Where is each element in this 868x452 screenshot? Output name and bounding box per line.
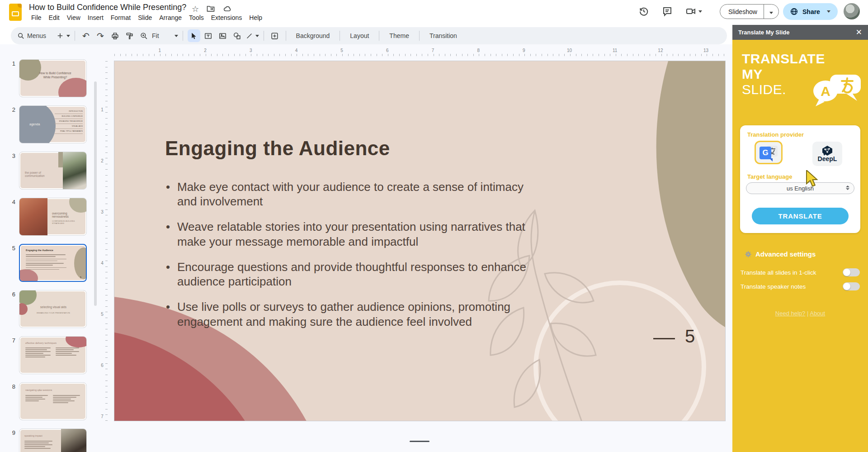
slide-number: 9: [5, 428, 15, 452]
toolbar: Menus ↶ ↷ Fit: [11, 27, 727, 44]
rose-blob-shape: [19, 269, 38, 282]
thumbnail-row: 7 effective delivery techniques: [5, 336, 87, 374]
slide-thumbnail-7[interactable]: effective delivery techniques: [19, 336, 87, 374]
google-slides-logo[interactable]: [9, 4, 22, 21]
slide-thumbnail-9[interactable]: speaking impact: [19, 428, 87, 452]
headline-line-3: SLIDE.: [742, 82, 786, 97]
ruler-number: 8: [456, 48, 501, 53]
speaker-notes-divider-handle[interactable]: [410, 441, 429, 442]
google-translate-provider-selected[interactable]: G: [755, 141, 783, 164]
menu-item[interactable]: View: [64, 13, 84, 22]
slideshow-dropdown[interactable]: [764, 8, 778, 16]
insert-shape-icon[interactable]: [231, 29, 244, 42]
translate-button[interactable]: TRANSLATE: [752, 208, 849, 224]
svg-text:A: A: [821, 84, 830, 99]
new-slide-button[interactable]: [56, 29, 70, 42]
slide-number: 6: [5, 290, 15, 328]
star-icon[interactable]: ☆: [192, 4, 199, 14]
layout-button[interactable]: Layout: [344, 29, 374, 42]
translate-all-slides-toggle[interactable]: [843, 268, 860, 276]
share-label: Share: [802, 8, 820, 15]
slide-thumbnail-1[interactable]: How to Build Confidence While Presenting…: [19, 59, 87, 97]
slide-page-number: 5: [685, 326, 695, 347]
comments-icon[interactable]: [662, 6, 673, 17]
about-link[interactable]: About: [810, 310, 825, 317]
version-history-icon[interactable]: [638, 6, 649, 17]
redo-button[interactable]: ↷: [94, 29, 107, 42]
slide-thumbnail-4[interactable]: overcoming nervousness CONFIDENCE-BUILDI…: [19, 198, 87, 236]
thumb-photo: [63, 152, 86, 190]
translate-all-slides-row: Translate all slides in 1-click: [741, 268, 860, 276]
panel-footer-links: Need help? | About: [732, 310, 868, 317]
theme-button[interactable]: Theme: [384, 29, 415, 42]
khaki-blob-shape: [74, 247, 87, 279]
slide-thumbnail-6[interactable]: selecting visual aids ENHANCING YOUR PRE…: [19, 290, 87, 328]
slide-canvas[interactable]: Engaging the Audience Make eye contact w…: [114, 61, 725, 421]
deepl-provider-option[interactable]: DeepL: [812, 142, 842, 166]
menus-search-button[interactable]: Menus: [15, 29, 48, 42]
menu-item[interactable]: File: [28, 13, 45, 22]
zoom-in-icon[interactable]: [137, 29, 150, 42]
zoom-select[interactable]: Fit: [152, 29, 178, 42]
insert-line-icon[interactable]: [245, 29, 259, 42]
slide-number: 1: [5, 59, 15, 97]
slide-bullet[interactable]: Make eye contact with your audience to c…: [165, 180, 531, 209]
menu-item[interactable]: Format: [108, 13, 134, 22]
close-icon[interactable]: ✕: [856, 29, 862, 36]
toolbar-divider: [75, 31, 75, 41]
advanced-settings-row[interactable]: Advanced settings: [745, 250, 816, 258]
menu-item[interactable]: Insert: [85, 13, 107, 22]
select-tool-button[interactable]: [188, 29, 200, 42]
header-right-icons: [638, 6, 702, 17]
slide-thumbnail-8[interactable]: navigating q&a sessions: [19, 382, 87, 420]
target-language-select[interactable]: us English: [746, 182, 854, 194]
slide-body-text[interactable]: Make eye contact with your audience to c…: [165, 180, 531, 340]
move-folder-icon[interactable]: [206, 4, 215, 14]
thumb-title: How to Build Confidence While Presenting…: [36, 71, 75, 80]
menu-item[interactable]: Edit: [46, 13, 63, 22]
khaki-blob-shape: [69, 198, 87, 213]
cloud-status-icon[interactable]: [222, 4, 232, 14]
slide-thumbnail-2[interactable]: agenda INTRODUCTION BUILDING CONFIDENCE …: [19, 105, 87, 143]
slideshow-button[interactable]: Slideshow: [720, 4, 779, 19]
insert-image-icon[interactable]: [217, 29, 229, 42]
insert-placeholder-icon[interactable]: [269, 29, 281, 42]
need-help-link[interactable]: Need help?: [775, 310, 806, 317]
slide-bullet[interactable]: Encourage questions and provide thoughtf…: [165, 260, 531, 289]
slide-title[interactable]: Engaging the Audience: [165, 137, 390, 160]
menu-item[interactable]: Extensions: [208, 13, 245, 22]
meet-camera-button[interactable]: [685, 6, 702, 17]
slide-bullet[interactable]: Weave relatable stories into your presen…: [165, 219, 531, 248]
translate-speaker-notes-toggle[interactable]: [843, 282, 860, 290]
slide-number: 8: [5, 382, 15, 420]
transition-button[interactable]: Transition: [424, 29, 462, 42]
text-box-icon[interactable]: [202, 29, 215, 42]
background-button[interactable]: Background: [291, 29, 335, 42]
thumb-bullet-lines: [26, 254, 67, 271]
chevron-down-icon[interactable]: [827, 10, 830, 13]
thumb-title: effective delivery techniques: [25, 342, 57, 344]
slide-thumbnail-5-selected[interactable]: Engaging the Audience 5: [19, 244, 87, 282]
slide-thumbnail-3[interactable]: the power of communication: [19, 152, 87, 190]
panel-header: Translate My Slide ✕: [732, 25, 868, 40]
menu-item[interactable]: Slide: [135, 13, 155, 22]
filmstrip-scrollbar[interactable]: [94, 81, 97, 306]
thumbnail-row: 1 How to Build Confidence While Presenti…: [5, 59, 87, 97]
chevron-down-icon: [175, 35, 178, 37]
print-button[interactable]: [108, 29, 121, 42]
thumb-text-lines: [25, 395, 48, 402]
undo-button[interactable]: ↶: [80, 29, 92, 42]
deepl-label: DeepL: [818, 155, 837, 162]
translate-bubbles-graphic: A: [810, 70, 863, 107]
slide-bullet[interactable]: Use live polls or surveys to gather audi…: [165, 300, 531, 328]
rose-blob-shape: [58, 78, 87, 97]
share-button[interactable]: Share: [783, 3, 838, 20]
menu-item[interactable]: Help: [246, 13, 265, 22]
thumb-photo: [61, 429, 86, 452]
menu-item[interactable]: Arrange: [156, 13, 185, 22]
user-avatar[interactable]: [844, 3, 860, 19]
paint-format-icon[interactable]: [123, 29, 136, 42]
translation-card: Translation provider G DeepL Targ: [740, 125, 860, 233]
menu-item[interactable]: Tools: [186, 13, 207, 22]
document-title[interactable]: How to Build Confidence While Presenting…: [29, 3, 186, 12]
